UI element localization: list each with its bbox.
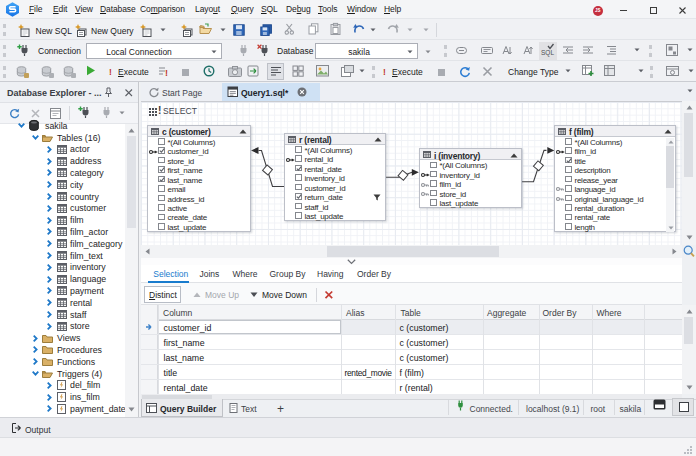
svg-text:SQL: SQL: [541, 49, 554, 57]
svg-text:!: !: [165, 68, 168, 78]
